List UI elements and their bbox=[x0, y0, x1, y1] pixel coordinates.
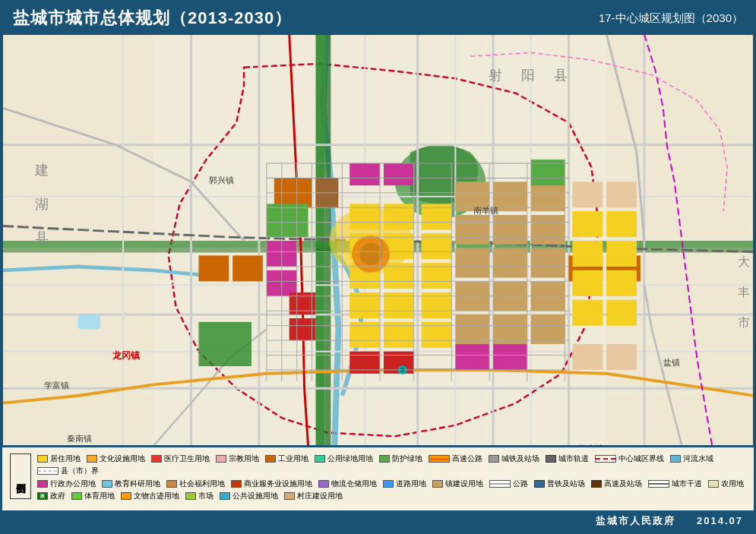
svg-rect-43 bbox=[493, 215, 527, 245]
legend-edu: 教育科研用地 bbox=[102, 479, 160, 489]
main-title: 盐城市城市总体规划（2013-2030） bbox=[13, 7, 292, 30]
svg-rect-53 bbox=[531, 314, 565, 344]
legend-road: 道路用地 bbox=[383, 479, 426, 489]
svg-rect-79 bbox=[572, 344, 603, 370]
svg-rect-59 bbox=[493, 344, 527, 370]
legend-highway: 高速公路 bbox=[429, 453, 482, 464]
legend-city-rail: 城市轨道 bbox=[546, 453, 589, 464]
svg-rect-90 bbox=[77, 314, 100, 329]
svg-rect-88 bbox=[606, 300, 637, 326]
legend-city-road: 城市干道 bbox=[648, 479, 702, 489]
legend-heritage: 文物古迹用地 bbox=[121, 491, 179, 501]
legend-sports: 体育用地 bbox=[71, 491, 115, 501]
legend-railway-station: 普铁及站场 bbox=[534, 479, 585, 489]
legend-village-build: 村庄建设用地 bbox=[284, 491, 343, 501]
header: 盐城市城市总体规划（2013-2030） 17-中心城区规划图（2030） bbox=[2, 2, 754, 34]
svg-rect-55 bbox=[384, 163, 414, 185]
svg-rect-84 bbox=[606, 241, 637, 267]
main-container: 盐城市城市总体规划（2013-2030） 17-中心城区规划图（2030） bbox=[0, 0, 756, 534]
legend-govt: 政 政府 bbox=[37, 491, 65, 501]
svg-rect-52 bbox=[493, 314, 527, 344]
legend-industry: 工业用地 bbox=[265, 453, 308, 464]
svg-rect-82 bbox=[606, 211, 637, 237]
legend-area: 图例 例 居住用地 文化设施用地 bbox=[2, 446, 754, 510]
legend-logistics: 物流仓储用地 bbox=[318, 479, 377, 489]
legend-public-facility: 公共设施用地 bbox=[220, 491, 278, 501]
svg-rect-89 bbox=[198, 322, 251, 366]
svg-rect-51 bbox=[455, 314, 489, 344]
svg-rect-44 bbox=[531, 215, 565, 245]
svg-rect-85 bbox=[572, 270, 603, 296]
svg-rect-80 bbox=[606, 344, 637, 370]
svg-rect-86 bbox=[606, 270, 637, 296]
svg-rect-46 bbox=[493, 248, 527, 278]
svg-rect-54 bbox=[350, 163, 380, 185]
svg-rect-73 bbox=[267, 204, 308, 237]
svg-rect-69 bbox=[198, 255, 229, 281]
svg-rect-81 bbox=[572, 211, 603, 237]
sub-title: 17-中心城区规划图（2030） bbox=[599, 11, 743, 26]
legend-public-green: 公用绿地用地 bbox=[315, 453, 373, 464]
svg-rect-1 bbox=[2, 34, 153, 446]
legend-admin: 行政办公用地 bbox=[37, 479, 96, 489]
svg-rect-42 bbox=[455, 215, 489, 245]
legend-village-construction: 镇建设用地 bbox=[432, 479, 483, 489]
svg-rect-47 bbox=[531, 248, 565, 278]
legend-residential: 居住用地 bbox=[37, 453, 81, 464]
legend-city-station: 城铁及站场 bbox=[489, 453, 539, 464]
legend-grid: 居住用地 文化设施用地 医疗卫生用地 宗教用地 bbox=[37, 453, 746, 501]
svg-rect-45 bbox=[455, 248, 489, 278]
legend-expressway-station: 高速及站场 bbox=[591, 479, 642, 489]
legend-religious: 宗教用地 bbox=[216, 453, 259, 464]
map-svg bbox=[2, 34, 754, 446]
legend-farmland: 农用地 bbox=[708, 479, 744, 489]
legend-business: 商业服务业设施用地 bbox=[231, 479, 312, 489]
svg-rect-39 bbox=[455, 182, 489, 211]
footer: 盐城市人民政府 2014.07 bbox=[2, 510, 754, 532]
svg-rect-77 bbox=[572, 182, 603, 207]
legend-medical: 医疗卫生用地 bbox=[151, 453, 210, 464]
svg-rect-41 bbox=[531, 182, 565, 211]
svg-rect-83 bbox=[572, 241, 603, 267]
svg-rect-58 bbox=[455, 344, 489, 370]
svg-rect-78 bbox=[606, 182, 637, 207]
legend-river: 河流水域 bbox=[670, 453, 713, 464]
legend-title-box: 图例 例 bbox=[10, 453, 31, 499]
svg-rect-70 bbox=[232, 255, 263, 281]
svg-rect-40 bbox=[493, 182, 527, 211]
legend-welfare: 社会福利用地 bbox=[166, 479, 225, 489]
legend-market: 市场 bbox=[185, 491, 214, 501]
legend-culture: 文化设施用地 bbox=[87, 453, 145, 464]
legend-public-road: 公路 bbox=[489, 479, 528, 489]
legend-protect-green: 防护绿地 bbox=[379, 453, 422, 464]
footer-authority: 盐城市人民政府 2014.07 bbox=[596, 514, 743, 528]
map-area: 建 湖 县 射 阳 县 大 丰 市 郭兴镇 龙冈镇 南羊镇 盐镇 便仓镇 郭猛镇… bbox=[2, 34, 754, 446]
legend-center-boundary: 中心城区界线 bbox=[595, 453, 664, 464]
legend-county-boundary: 县（市）界 bbox=[37, 466, 99, 476]
svg-rect-87 bbox=[572, 300, 603, 326]
